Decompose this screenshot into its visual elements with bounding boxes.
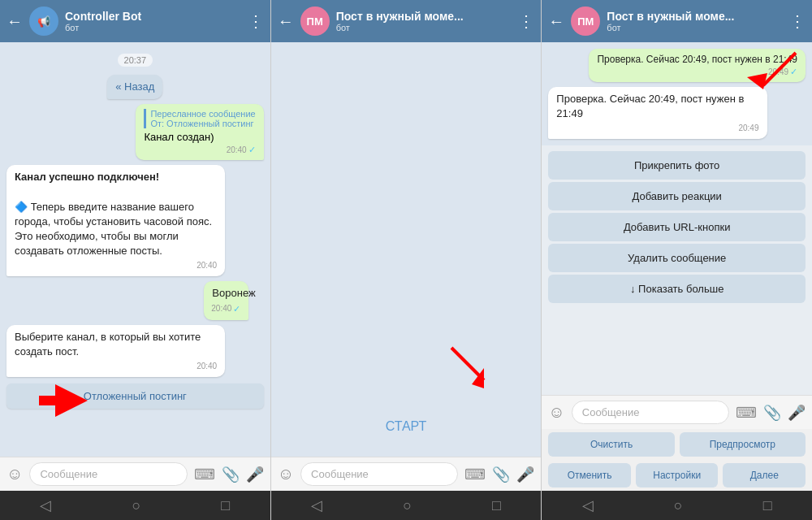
header-info-p3: Пост в нужный моме... бот (607, 10, 783, 32)
msg-time-forwarded: 20:40 (227, 145, 247, 154)
context-show-more[interactable]: ↓ Показать больше (548, 275, 806, 303)
channel-btn-container: Отложенный постинг (6, 382, 264, 409)
nav-bar-p1: ◁ ○ □ (0, 491, 270, 520)
nav-home-p2[interactable]: ○ (403, 497, 412, 514)
nav-back-p2[interactable]: ◁ (311, 496, 322, 514)
next-btn[interactable]: Далее (723, 463, 806, 488)
panel2-header: ← ПМ Пост в нужный моме... бот ⋮ (271, 0, 542, 42)
msg-tick-forwarded: ✓ (248, 145, 256, 155)
back-button-p2[interactable]: ← (278, 12, 294, 31)
input-bar-p2: ☺ Сообщение ⌨ 📎 🎤 (271, 457, 542, 491)
nav-recent-p2[interactable]: □ (492, 497, 501, 514)
action-row-2: Отменить Настройки Далее (542, 460, 812, 491)
msg-time-1: 20:40 (197, 260, 217, 271)
back-button-p1[interactable]: ← (6, 12, 23, 31)
svg-marker-5 (747, 73, 767, 89)
message-input-p1[interactable]: Сообщение (29, 462, 187, 486)
nav-bar-p3: ◁ ○ □ (542, 491, 812, 520)
start-button-p2[interactable]: СТАРТ (366, 413, 447, 440)
message-input-p3[interactable]: Сообщение (572, 401, 729, 424)
input-bar-p1: ☺ Сообщение ⌨ 📎 🎤 (0, 457, 270, 491)
mic-icon-p1[interactable]: 🎤 (246, 466, 264, 483)
nav-home-p1[interactable]: ○ (132, 497, 140, 514)
header-title-p3: Пост в нужный моме... (607, 10, 783, 23)
nav-recent-p1[interactable]: □ (221, 497, 230, 514)
attach-icon-p3[interactable]: 📎 (763, 404, 781, 422)
header-title-p2: Пост в нужный моме... (336, 10, 512, 23)
msg-time-voronezh: 20:40 (211, 303, 231, 314)
nav-back-p3[interactable]: ◁ (582, 496, 594, 514)
input-placeholder-p2: Сообщение (311, 468, 369, 480)
context-menu: Прикрепить фото Добавить реакции Добавит… (542, 145, 812, 395)
date-label: 20:37 (118, 54, 153, 67)
header-subtitle-p3: бот (607, 23, 783, 32)
msg-forwarded-sent: Пересланное сообщение От: Отложенный пос… (136, 104, 263, 160)
input-placeholder-p1: Сообщение (40, 468, 97, 480)
msg-check-text-received: Проверка. Сейчас 20:49, пост нужен в 21:… (556, 93, 744, 119)
header-title-p1: Controller Bot (65, 10, 241, 23)
panel-post-right: ← ПМ Пост в нужный моме... бот ⋮ Проверк… (542, 0, 812, 520)
nav-back-p1[interactable]: ◁ (40, 496, 51, 514)
keyboard-icon-p2[interactable]: ⌨ (464, 466, 486, 483)
red-arrow-p3 (747, 49, 804, 93)
panel-post-middle: ← ПМ Пост в нужный моме... бот ⋮ СТАРТ ☺… (271, 0, 542, 520)
keyboard-icon-p3[interactable]: ⌨ (736, 404, 757, 422)
msg-bold-text: Канал успешно подключен! (15, 170, 217, 184)
msg-check-received: Проверка. Сейчас 20:49, пост нужен в 21:… (548, 87, 767, 139)
preview-btn[interactable]: Предпросмотр (680, 432, 806, 457)
cancel-btn[interactable]: Отменить (548, 463, 631, 488)
msg-tick-voronezh: ✓ (233, 303, 240, 315)
context-delete-msg[interactable]: Удалить сообщение (548, 244, 806, 272)
action-row-1: Очистить Предпросмотр (542, 429, 812, 460)
msg-time-choose: 20:40 (197, 361, 217, 372)
diamond-icon: 🔷 (15, 201, 28, 213)
forwarded-text: Канал создан) (144, 131, 255, 143)
header-info-p1: Controller Bot бот (65, 10, 241, 32)
bot-avatar-icon: 📢 (37, 15, 50, 28)
input-placeholder-p3: Сообщение (582, 406, 640, 418)
emoji-btn-p3[interactable]: ☺ (548, 403, 564, 422)
avatar-text-p2: ПМ (307, 15, 323, 28)
more-options-p1[interactable]: ⋮ (248, 11, 264, 31)
msg-channel-connected: Канал успешно подключен! 🔷 Теперь введит… (6, 165, 225, 276)
forwarded-label: Пересланное сообщение (150, 109, 255, 119)
choose-channel-text: Выберите канал, в который вы хотите созд… (15, 331, 201, 358)
msg-city-prompt: Теперь введите название вашего города, ч… (15, 201, 212, 258)
empty-chat-p2: СТАРТ (271, 42, 542, 457)
bot-avatar-p1: 📢 (29, 6, 58, 36)
msg-back-btn: « Назад (107, 75, 162, 99)
mic-icon-p2[interactable]: 🎤 (516, 466, 534, 483)
settings-btn[interactable]: Настройки (636, 463, 719, 488)
attach-icon-p1[interactable]: 📎 (222, 466, 240, 483)
msg-choose-channel: Выберите канал, в который вы хотите созд… (6, 325, 225, 377)
more-options-p3[interactable]: ⋮ (789, 11, 806, 31)
context-add-reactions[interactable]: Добавить реакции (548, 182, 806, 210)
nav-recent-p3[interactable]: □ (763, 497, 772, 514)
context-add-url[interactable]: Добавить URL-кнопки (548, 213, 806, 241)
mic-icon-p3[interactable]: 🎤 (788, 404, 806, 422)
msg-sent-voronezh: Воронеж 20:40 ✓ (204, 281, 263, 320)
panel1-header: ← 📢 Controller Bot бот ⋮ (0, 0, 270, 42)
header-subtitle-p2: бот (336, 23, 512, 32)
clear-btn[interactable]: Очистить (548, 432, 674, 457)
nav-home-p3[interactable]: ○ (674, 497, 683, 514)
context-attach-photo[interactable]: Прикрепить фото (548, 151, 806, 180)
nav-bar-p2: ◁ ○ □ (271, 491, 542, 520)
header-subtitle-p1: бот (65, 23, 241, 32)
msg-time-check-received: 20:49 (738, 123, 758, 134)
more-options-p2[interactable]: ⋮ (518, 11, 534, 31)
bot-avatar-p2: ПМ (300, 6, 330, 36)
emoji-btn-p1[interactable]: ☺ (6, 465, 23, 483)
input-bar-p3: ☺ Сообщение ⌨ 📎 🎤 (542, 395, 812, 429)
chat-body-p1: 20:37 « Назад Пересланное сообщение От: … (0, 42, 270, 457)
avatar-text-p3: ПМ (577, 15, 594, 28)
chat-body-p3: Проверка. Сейчас 20:49, пост нужен в 21:… (542, 42, 812, 145)
message-input-p2[interactable]: Сообщение (300, 462, 458, 486)
attach-icon-p2[interactable]: 📎 (492, 466, 510, 483)
keyboard-icon-p1[interactable]: ⌨ (194, 466, 215, 483)
voronezh-text: Воронеж (212, 287, 255, 299)
emoji-btn-p2[interactable]: ☺ (278, 465, 294, 483)
svg-rect-1 (39, 396, 55, 405)
forwarded-from: От: Отложенный постинг (150, 119, 255, 128)
back-button-p3[interactable]: ← (548, 12, 564, 31)
